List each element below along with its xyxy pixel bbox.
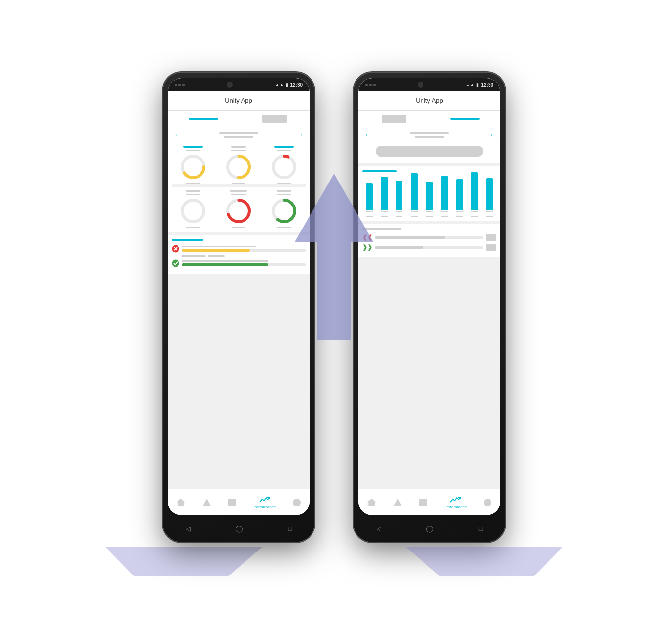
bar-col7 bbox=[453, 179, 467, 212]
android-nav-left: ◁ ◯ □ bbox=[163, 519, 314, 538]
bottom-nav-sq-right[interactable] bbox=[419, 499, 427, 506]
bar-fill4 bbox=[411, 173, 418, 210]
nav-line1 bbox=[219, 132, 258, 134]
sub-label-a bbox=[181, 255, 206, 257]
gauge-sublabel6 bbox=[277, 194, 291, 195]
recent-btn-right[interactable]: □ bbox=[479, 525, 483, 532]
tab-active-right[interactable] bbox=[429, 111, 500, 127]
svg-point-5 bbox=[273, 156, 295, 178]
square-icon-left bbox=[228, 499, 236, 506]
svg-marker-0 bbox=[295, 173, 373, 340]
bar-chart-right bbox=[362, 175, 496, 214]
gauge-item3-left bbox=[270, 146, 298, 184]
bottom-nav-tri-right[interactable] bbox=[393, 499, 402, 506]
app-header-right: Unity App bbox=[358, 91, 500, 111]
tab-inactive-right[interactable] bbox=[358, 111, 429, 127]
donut3-left bbox=[270, 153, 298, 181]
home-btn-left[interactable]: ◯ bbox=[235, 525, 243, 532]
bottom-nav-right[interactable]: Performance bbox=[358, 489, 500, 515]
back-btn-right[interactable]: ◁ bbox=[376, 525, 381, 532]
bar-label6 bbox=[441, 211, 448, 212]
x-label5 bbox=[426, 216, 433, 217]
gauge-val2 bbox=[232, 183, 245, 184]
phone-screen-right: ▲▲ ▮ 12:30 Unity App bbox=[358, 78, 500, 515]
bottom-nav-perf-left[interactable]: Performance bbox=[253, 495, 276, 509]
status-right-left: ▲▲ ▮ 12:30 bbox=[275, 82, 303, 88]
app-title-right: Unity App bbox=[416, 97, 443, 104]
home-btn-right[interactable]: ◯ bbox=[426, 525, 434, 532]
tab-indicator-active-right bbox=[450, 118, 480, 120]
gauge-label2 bbox=[231, 146, 246, 148]
android-nav-right: ◁ ◯ □ bbox=[354, 519, 505, 538]
gauge-item5-left bbox=[225, 190, 252, 228]
bar-x-labels bbox=[362, 216, 496, 217]
recent-btn-left[interactable]: □ bbox=[288, 525, 292, 532]
progress-bar-label2 bbox=[182, 260, 268, 262]
bar-col3 bbox=[393, 181, 406, 212]
gauge-sublabel3 bbox=[277, 150, 291, 151]
donut5-left bbox=[225, 197, 252, 225]
progress-bar-fill1 bbox=[182, 249, 250, 252]
tab-active-left[interactable] bbox=[168, 111, 239, 127]
gauge-val4 bbox=[186, 227, 200, 228]
section-divider1 bbox=[172, 184, 306, 187]
wifi-icon-right: ▲▲ bbox=[466, 82, 475, 87]
progress-item1-left bbox=[172, 245, 306, 253]
progress-bar-fill2 bbox=[182, 263, 268, 266]
main-scene: ▲▲ ▮ 12:30 Unity App bbox=[65, 53, 603, 591]
profile-icon-left bbox=[293, 499, 301, 506]
bar-col5 bbox=[423, 182, 436, 212]
bar-label5 bbox=[426, 211, 433, 212]
nav-line2 bbox=[224, 136, 253, 138]
app-nav-left: ← → bbox=[168, 127, 310, 142]
x-label2 bbox=[381, 216, 388, 217]
progress-bar-wrap1 bbox=[182, 246, 306, 252]
square-icon-right bbox=[419, 499, 427, 506]
bar-label2 bbox=[381, 211, 388, 212]
bottom-nav-sq-left[interactable] bbox=[228, 499, 236, 506]
bottom-nav-left[interactable]: Performance bbox=[168, 489, 310, 515]
bottom-nav-profile-right[interactable] bbox=[484, 499, 491, 506]
status-bar-right: ▲▲ ▮ 12:30 bbox=[358, 78, 500, 91]
bottom-nav-home-left[interactable] bbox=[177, 499, 185, 506]
nav-arrow-right-left[interactable]: → bbox=[296, 130, 304, 139]
bottom-nav-perf-right[interactable]: Performance bbox=[444, 495, 467, 509]
app-title-left: Unity App bbox=[225, 97, 252, 104]
bottom-nav-home-right[interactable] bbox=[367, 499, 376, 506]
bar-col8 bbox=[468, 172, 481, 212]
nav-line1r bbox=[410, 132, 449, 134]
app-content-right: ❰❰ ❱❱ bbox=[358, 142, 500, 515]
bar-col2 bbox=[378, 177, 391, 212]
nav-line2r bbox=[415, 136, 444, 138]
bottom-nav-tri-left[interactable] bbox=[202, 499, 211, 506]
triangle-icon-right bbox=[393, 499, 402, 506]
nav-arrow-right-right[interactable]: → bbox=[487, 130, 494, 139]
metric-item1-right: ❰❰ bbox=[362, 234, 496, 241]
dot2 bbox=[178, 84, 181, 86]
center-arrow bbox=[295, 173, 373, 342]
tab-indicator-inactive-left bbox=[262, 115, 287, 123]
back-btn-left[interactable]: ◁ bbox=[185, 525, 191, 532]
x-circle-icon bbox=[172, 245, 179, 253]
gauge-row2-left bbox=[172, 190, 306, 228]
phone-left: ▲▲ ▮ 12:30 Unity App bbox=[163, 72, 314, 542]
gauge-label4 bbox=[186, 190, 200, 192]
app-header-left: Unity App bbox=[168, 91, 310, 111]
nav-arrow-left-right[interactable]: ← bbox=[364, 130, 372, 139]
dot3r bbox=[373, 84, 376, 86]
app-tabs-right[interactable] bbox=[358, 111, 500, 127]
dot1r bbox=[365, 84, 368, 86]
gauge-label3 bbox=[274, 146, 294, 148]
bar-label8 bbox=[471, 211, 478, 212]
metric-item2-right: ❱❱ bbox=[362, 244, 496, 251]
camera-left bbox=[227, 82, 233, 88]
metric-bar-wrap2 bbox=[375, 246, 483, 249]
bottom-nav-profile-left[interactable] bbox=[293, 499, 301, 506]
svg-point-7 bbox=[182, 200, 204, 222]
app-tabs-left[interactable] bbox=[168, 111, 310, 127]
time-right: 12:30 bbox=[481, 82, 493, 88]
nav-arrow-left-left[interactable]: ← bbox=[174, 130, 181, 139]
camera-right bbox=[418, 82, 423, 88]
tab-inactive-left[interactable] bbox=[239, 111, 310, 127]
status-dots-right bbox=[365, 84, 376, 86]
